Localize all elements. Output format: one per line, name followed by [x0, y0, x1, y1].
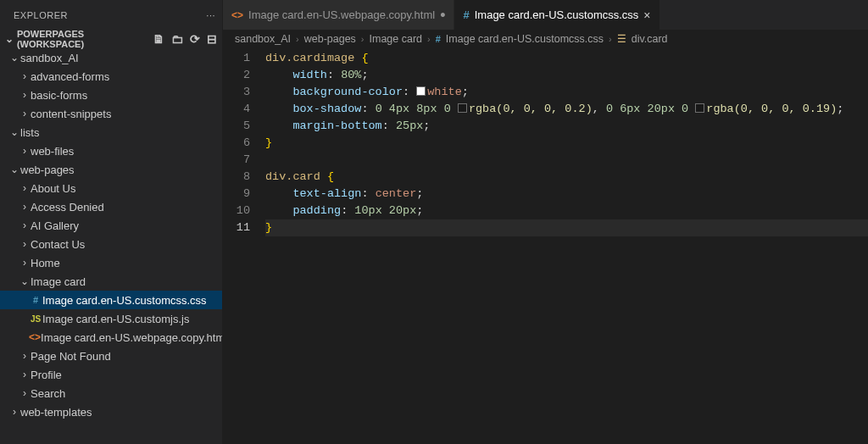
code-area[interactable]: div.cardimage { width: 80%; background-c… [265, 48, 868, 444]
html-icon: <> [231, 9, 243, 21]
breadcrumb-item[interactable]: Image card.en-US.customcss.css [446, 33, 604, 45]
tab-bar: <> Image card.en-US.webpage.copy.html • … [223, 0, 868, 30]
tree-folder[interactable]: ›content-snippets [0, 104, 222, 123]
workspace-header[interactable]: ⌄ POWERPAGES (WORKSPACE) 🗎 🗀 ⟳ ⊟ [0, 30, 222, 48]
tree-label: Page Not Found [31, 350, 111, 363]
chevron-right-icon: › [19, 70, 31, 82]
collapse-icon[interactable]: ⊟ [207, 33, 217, 45]
tab-label: Image card.en-US.webpage.copy.html [248, 8, 435, 21]
explorer-header: EXPLORER ··· [0, 0, 222, 30]
tree-label: sandbox_AI [20, 52, 79, 64]
chevron-down-icon: ⌄ [3, 33, 15, 45]
chevron-right-icon: › [19, 201, 31, 213]
tree-label: Image card.en-US.customjs.js [42, 313, 189, 325]
tree-label: Access Denied [31, 201, 104, 214]
chevron-right-icon: › [8, 406, 20, 418]
css-icon: # [436, 34, 441, 44]
tab-html[interactable]: <> Image card.en-US.webpage.copy.html • [223, 0, 454, 30]
workspace-name: POWERPAGES (WORKSPACE) [17, 29, 153, 49]
chevron-right-icon: › [19, 238, 31, 250]
chevron-down-icon: ⌄ [8, 52, 20, 64]
tree-folder[interactable]: ›web-templates [0, 402, 222, 421]
chevron-down-icon: ⌄ [8, 126, 20, 138]
editor-main: <> Image card.en-US.webpage.copy.html • … [223, 0, 868, 444]
chevron-right-icon: › [19, 387, 31, 399]
chevron-right-icon: › [19, 257, 31, 269]
tree-label: Contact Us [31, 238, 85, 251]
tree-folder[interactable]: ›advanced-forms [0, 67, 222, 86]
js-icon: JS [29, 314, 42, 324]
chevron-right-icon: › [19, 182, 31, 194]
chevron-down-icon: ⌄ [19, 275, 31, 287]
tree-folder-webpages[interactable]: ⌄web-pages [0, 160, 222, 179]
tree-folder[interactable]: ›Profile [0, 365, 222, 384]
chevron-right-icon: › [19, 219, 31, 231]
breadcrumb-symbol[interactable]: div.card [632, 33, 668, 45]
new-file-icon[interactable]: 🗎 [153, 33, 164, 45]
tree-file-css[interactable]: #Image card.en-US.customcss.css [0, 291, 222, 309]
tree-folder[interactable]: ›About Us [0, 179, 222, 197]
tree-label: AI Gallery [31, 219, 79, 232]
symbol-icon: ☰ [617, 33, 626, 45]
breadcrumb-item[interactable]: web-pages [304, 33, 356, 45]
tree-file-html[interactable]: <>Image card.en-US.webpage.copy.html [0, 328, 222, 347]
chevron-right-icon: › [19, 89, 31, 101]
chevron-down-icon: ⌄ [8, 164, 20, 175]
tree-folder[interactable]: ›AI Gallery [0, 216, 222, 235]
tree-label: Home [31, 257, 60, 269]
tree-label: lists [20, 126, 39, 139]
tree-label: basic-forms [31, 89, 87, 102]
css-icon: # [29, 295, 42, 305]
tree-label: Profile [31, 369, 62, 381]
tree-label: Image card.en-US.webpage.copy.html [41, 331, 222, 344]
tree-label: Image card [31, 275, 86, 288]
html-icon: <> [29, 331, 41, 343]
workspace-actions: 🗎 🗀 ⟳ ⊟ [153, 33, 217, 45]
line-numbers: 1234567891011 [223, 48, 265, 444]
tree-folder-root[interactable]: ⌄ sandbox_AI [0, 48, 222, 67]
explorer-title: EXPLORER [14, 10, 68, 20]
tab-css[interactable]: # Image card.en-US.customcss.css × [454, 0, 659, 30]
color-swatch [458, 103, 467, 113]
close-icon[interactable]: × [643, 8, 650, 22]
chevron-right-icon: › [296, 34, 299, 44]
editor-body[interactable]: 1234567891011 div.cardimage { width: 80%… [223, 48, 868, 444]
modified-dot-icon: • [440, 8, 445, 23]
tree-folder-imagecard[interactable]: ⌄Image card [0, 272, 222, 291]
tree-folder[interactable]: ›basic-forms [0, 86, 222, 104]
tree-label: web-files [31, 145, 74, 158]
css-icon: # [463, 8, 469, 21]
chevron-right-icon: › [361, 34, 364, 44]
tree-folder[interactable]: ›Page Not Found [0, 347, 222, 365]
chevron-right-icon: › [609, 34, 612, 44]
chevron-right-icon: › [19, 350, 31, 362]
new-folder-icon[interactable]: 🗀 [171, 33, 183, 45]
file-tree: ⌄ sandbox_AI ›advanced-forms ›basic-form… [0, 48, 222, 444]
tree-label: Search [31, 387, 65, 400]
tree-file-js[interactable]: JSImage card.en-US.customjs.js [0, 309, 222, 328]
tree-label: Image card.en-US.customcss.css [42, 294, 207, 307]
explorer-sidebar: EXPLORER ··· ⌄ POWERPAGES (WORKSPACE) 🗎 … [0, 0, 223, 444]
breadcrumb-item[interactable]: Image card [370, 33, 423, 45]
tree-folder[interactable]: ›Contact Us [0, 235, 222, 253]
tab-label: Image card.en-US.customcss.css [475, 8, 639, 21]
tree-label: advanced-forms [31, 70, 109, 83]
chevron-right-icon: › [19, 108, 31, 119]
color-swatch [695, 103, 704, 113]
tree-label: web-pages [20, 164, 75, 176]
tree-label: web-templates [20, 406, 92, 419]
chevron-right-icon: › [19, 369, 31, 380]
breadcrumb[interactable]: sandbox_AI › web-pages › Image card › # … [223, 30, 868, 48]
tree-folder[interactable]: ›Search [0, 384, 222, 402]
tree-label: content-snippets [31, 108, 111, 120]
tree-folder[interactable]: ›web-files [0, 142, 222, 160]
color-swatch [416, 86, 426, 96]
breadcrumb-item[interactable]: sandbox_AI [235, 33, 291, 45]
tree-folder[interactable]: ⌄lists [0, 123, 222, 142]
tree-folder[interactable]: ›Home [0, 253, 222, 272]
tree-folder[interactable]: ›Access Denied [0, 197, 222, 216]
chevron-right-icon: › [19, 145, 31, 157]
chevron-right-icon: › [427, 34, 431, 44]
more-icon[interactable]: ··· [206, 10, 215, 20]
refresh-icon[interactable]: ⟳ [190, 33, 200, 45]
